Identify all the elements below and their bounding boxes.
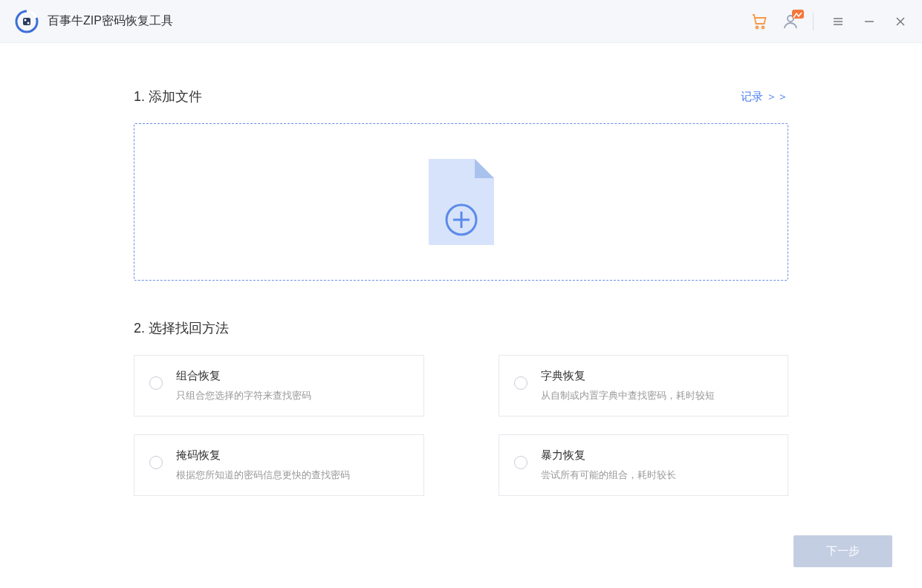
close-icon[interactable] <box>894 15 907 28</box>
next-button[interactable]: 下一步 <box>793 535 892 567</box>
svg-point-2 <box>25 19 27 21</box>
user-icon[interactable] <box>782 13 799 30</box>
method-desc: 只组合您选择的字符来查找密码 <box>176 389 409 402</box>
method-dictionary[interactable]: 字典恢复 从自制或内置字典中查找密码，耗时较短 <box>499 355 789 416</box>
section1-header: 1. 添加文件 记录 ＞＞ <box>134 88 788 105</box>
menu-icon[interactable] <box>831 15 845 28</box>
history-link[interactable]: 记录 ＞＞ <box>741 90 788 104</box>
methods-grid: 组合恢复 只组合您选择的字符来查找密码 字典恢复 从自制或内置字典中查找密码，耗… <box>134 355 788 496</box>
svg-point-3 <box>27 22 30 24</box>
svg-point-4 <box>756 26 759 28</box>
method-desc: 根据您所知道的密码信息更快的查找密码 <box>176 468 409 482</box>
user-badge-icon <box>792 10 804 19</box>
cart-icon[interactable] <box>750 13 768 30</box>
svg-point-5 <box>762 26 764 28</box>
radio-icon <box>149 456 163 469</box>
method-title: 掩码恢复 <box>176 448 409 463</box>
footer: 下一步 <box>793 535 892 567</box>
method-combination[interactable]: 组合恢复 只组合您选择的字符来查找密码 <box>134 355 424 416</box>
method-desc: 从自制或内置字典中查找密码，耗时较短 <box>541 389 773 402</box>
divider <box>813 13 814 30</box>
method-bruteforce[interactable]: 暴力恢复 尝试所有可能的组合，耗时较长 <box>499 434 789 496</box>
method-title: 字典恢复 <box>541 369 773 383</box>
minimize-icon[interactable] <box>863 15 876 28</box>
section1-title: 1. 添加文件 <box>134 88 202 105</box>
method-title: 暴力恢复 <box>541 448 773 463</box>
main-content: 1. 添加文件 记录 ＞＞ 2. 选择找回方法 组合恢复 只组合您选择的字符来查… <box>0 43 922 496</box>
app-title: 百事牛ZIP密码恢复工具 <box>48 13 750 29</box>
titlebar-actions <box>750 13 907 30</box>
method-desc: 尝试所有可能的组合，耗时较长 <box>541 468 773 482</box>
file-dropzone[interactable] <box>134 123 788 281</box>
radio-icon <box>514 456 527 469</box>
titlebar: 百事牛ZIP密码恢复工具 <box>0 0 922 43</box>
section2: 2. 选择找回方法 组合恢复 只组合您选择的字符来查找密码 字典恢复 从自制或内… <box>134 319 788 496</box>
file-add-icon <box>426 156 497 248</box>
method-mask[interactable]: 掩码恢复 根据您所知道的密码信息更快的查找密码 <box>134 434 424 496</box>
radio-icon <box>149 376 163 390</box>
method-title: 组合恢复 <box>176 369 409 383</box>
svg-rect-1 <box>23 18 30 25</box>
radio-icon <box>514 376 527 390</box>
section2-title: 2. 选择找回方法 <box>134 319 788 337</box>
app-logo-icon <box>15 10 39 33</box>
